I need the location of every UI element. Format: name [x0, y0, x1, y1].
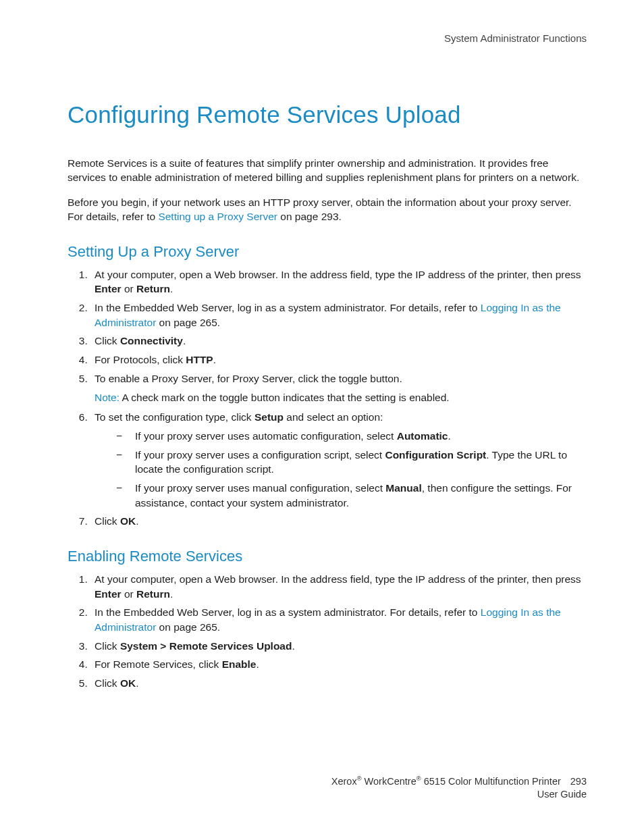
text-bold: Manual — [385, 482, 421, 494]
text-bold: Automatic — [397, 430, 448, 442]
list-item: For Protocols, click HTTP. — [90, 353, 587, 367]
text-bold: Enable — [222, 658, 257, 670]
text: If your proxy server uses a configuratio… — [135, 449, 385, 461]
text: In the Embedded Web Server, log in as a … — [95, 606, 481, 618]
text: on page 265. — [156, 317, 220, 328]
list-item: To set the configuration type, click Set… — [90, 410, 587, 510]
page-footer: Xerox® WorkCentre® 6515 Color Multifunct… — [331, 775, 587, 802]
text: on page 265. — [156, 621, 220, 633]
text: For Protocols, click — [95, 354, 186, 365]
text-bold: OK — [120, 515, 136, 527]
text: . — [170, 588, 173, 600]
sub-list: If your proxy server uses automatic conf… — [95, 429, 587, 510]
note-label: Note: — [95, 392, 119, 403]
footer-line-1: Xerox® WorkCentre® 6515 Color Multifunct… — [331, 775, 587, 788]
text: Click — [95, 335, 120, 346]
registered-icon: ® — [417, 775, 421, 782]
text-bold: Return — [136, 588, 170, 600]
page-number: 293 — [570, 775, 587, 789]
text: . — [170, 283, 173, 294]
list-item: At your computer, open a Web browser. In… — [90, 572, 587, 601]
list-item: Click System > Remote Services Upload. — [90, 639, 587, 654]
text: If your proxy server uses manual configu… — [135, 482, 385, 494]
text: . — [256, 658, 259, 670]
text: Click — [95, 640, 120, 652]
text: . — [136, 677, 138, 689]
remote-services-steps-list: At your computer, open a Web browser. In… — [68, 572, 587, 691]
note-text: A check mark on the toggle button indica… — [119, 392, 450, 403]
page-title: Configuring Remote Services Upload — [68, 101, 587, 128]
text: 6515 Color Multifunction Printer — [421, 776, 561, 787]
text: At your computer, open a Web browser. In… — [95, 573, 581, 585]
intro-paragraph-1: Remote Services is a suite of features t… — [68, 157, 587, 185]
note: Note: A check mark on the toggle button … — [95, 390, 587, 405]
text: . — [183, 335, 186, 346]
header-section-label: System Administrator Functions — [68, 32, 587, 44]
text: or — [122, 283, 136, 294]
list-item: In the Embedded Web Server, log in as a … — [90, 605, 587, 634]
text-bold: Configuration Script — [385, 449, 486, 461]
list-item: In the Embedded Web Server, log in as a … — [90, 301, 587, 330]
page: System Administrator Functions Configuri… — [0, 0, 644, 834]
intro-paragraph-2: Before you begin, if your network uses a… — [68, 196, 587, 224]
list-item: Click OK. — [90, 676, 587, 691]
text: or — [122, 588, 136, 600]
text: on page 293. — [277, 211, 342, 222]
list-item: If your proxy server uses manual configu… — [116, 481, 587, 510]
text-bold: Connectivity — [120, 335, 183, 346]
list-item: To enable a Proxy Server, for Proxy Serv… — [90, 371, 587, 405]
list-item: Click Connectivity. — [90, 334, 587, 348]
text: and select an option: — [284, 411, 383, 423]
text: To enable a Proxy Server, for Proxy Serv… — [95, 373, 402, 384]
text: If your proxy server uses automatic conf… — [135, 430, 397, 442]
link-proxy-server[interactable]: Setting up a Proxy Server — [158, 211, 277, 222]
text: Click — [95, 677, 120, 689]
section-heading-proxy: Setting Up a Proxy Server — [68, 243, 587, 261]
text: For Remote Services, click — [95, 658, 222, 670]
text: . — [292, 640, 294, 652]
text: . — [213, 354, 216, 365]
list-item: If your proxy server uses automatic conf… — [116, 429, 587, 444]
text: In the Embedded Web Server, log in as a … — [95, 302, 481, 313]
text-bold: Setup — [254, 411, 284, 423]
list-item: At your computer, open a Web browser. In… — [90, 267, 587, 296]
text: To set the configuration type, click — [95, 411, 254, 423]
footer-line-2: User Guide — [331, 788, 587, 802]
text: WorkCentre — [362, 776, 417, 787]
text-bold: HTTP — [186, 354, 213, 365]
text: Xerox — [331, 776, 357, 787]
text: . — [448, 430, 450, 442]
text: . — [136, 515, 138, 527]
proxy-steps-list: At your computer, open a Web browser. In… — [68, 267, 587, 529]
list-item: For Remote Services, click Enable. — [90, 657, 587, 672]
text-bold: Return — [136, 283, 170, 294]
text-bold: Enter — [95, 283, 122, 294]
text-bold: Enter — [95, 588, 122, 600]
list-item: If your proxy server uses a configuratio… — [116, 448, 587, 477]
list-item: Click OK. — [90, 514, 587, 529]
registered-icon: ® — [357, 775, 362, 782]
text: At your computer, open a Web browser. In… — [95, 269, 581, 280]
section-heading-remote-services: Enabling Remote Services — [68, 548, 587, 565]
text: Click — [95, 515, 120, 527]
text-bold: System > Remote Services Upload — [120, 640, 292, 652]
text-bold: OK — [120, 677, 136, 689]
